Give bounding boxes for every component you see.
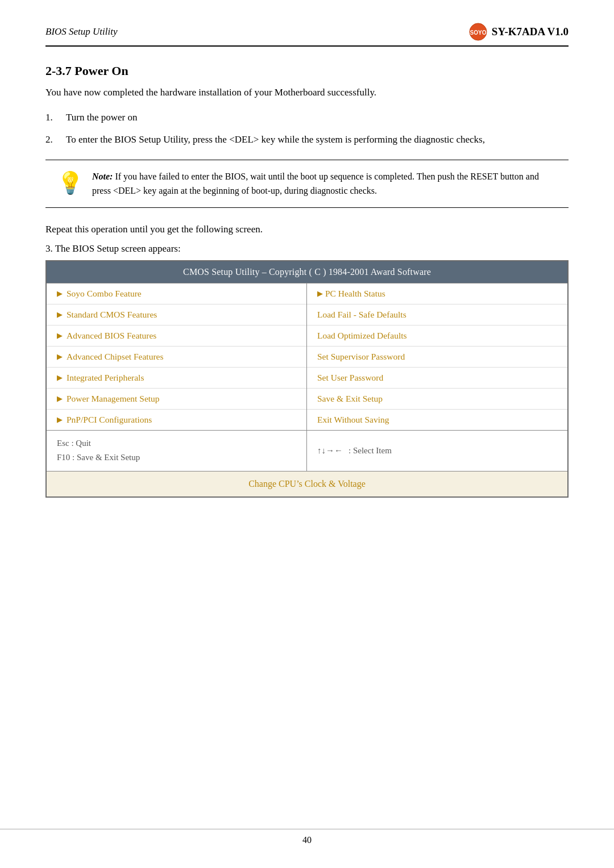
repeat-text: Repeat this operation until you get the … bbox=[45, 224, 569, 235]
bios-left-label-2: Advanced BIOS Features bbox=[67, 331, 156, 341]
bios-right-label-4: Set User Password bbox=[317, 373, 383, 383]
step-2-text: To enter the BIOS Setup Utility, press t… bbox=[66, 132, 485, 147]
bios-right-item-3[interactable]: Set Supervisor Password bbox=[307, 347, 567, 368]
bios-left-label-1: Standard CMOS Features bbox=[67, 310, 157, 320]
arrow-icon-6: ▶ bbox=[57, 415, 63, 424]
bios-right-item-0[interactable]: ▶ PC Health Status bbox=[307, 283, 567, 304]
step-2: 2. To enter the BIOS Setup Utility, pres… bbox=[45, 132, 569, 147]
page-footer: 40 bbox=[0, 829, 614, 845]
bios-left-label-3: Advanced Chipset Features bbox=[67, 352, 163, 362]
step-1-text: Turn the power on bbox=[66, 110, 137, 125]
step-2-num: 2. bbox=[45, 132, 59, 147]
bios-left-col: ▶ Soyo Combo Feature ▶ Standard CMOS Fea… bbox=[47, 283, 307, 430]
bios-title: CMOS Setup Utility – Copyright ( C ) 198… bbox=[47, 261, 567, 283]
bios-left-item-5[interactable]: ▶ Power Management Setup bbox=[47, 389, 306, 410]
arrow-icon-4: ▶ bbox=[57, 373, 63, 382]
bios-right-label-5: Save & Exit Setup bbox=[317, 394, 383, 404]
bios-footer: Esc : Quit F10 : Save & Exit Setup ↑↓→← … bbox=[47, 430, 567, 471]
arrow-icon-r0: ▶ bbox=[317, 289, 323, 298]
lightbulb-icon: 💡 bbox=[57, 170, 82, 195]
bios-right-label-0: PC Health Status bbox=[325, 289, 385, 299]
bios-left-item-2[interactable]: ▶ Advanced BIOS Features bbox=[47, 326, 306, 347]
note-label: Note: bbox=[92, 172, 113, 181]
arrow-icon-1: ▶ bbox=[57, 310, 63, 319]
step-1-num: 1. bbox=[45, 110, 59, 125]
bios-footer-right: ↑↓→← : Select Item bbox=[307, 431, 567, 471]
svg-text:SOYO: SOYO bbox=[470, 30, 486, 36]
nav-arrows: ↑↓→← bbox=[317, 446, 343, 456]
bios-right-col: ▶ PC Health Status Load Fail - Safe Defa… bbox=[307, 283, 567, 430]
bios-right-label-6: Exit Without Saving bbox=[317, 415, 389, 425]
arrow-icon-2: ▶ bbox=[57, 331, 63, 340]
bios-f10-label: F10 : Save & Exit Setup bbox=[57, 450, 296, 465]
bios-right-item-4[interactable]: Set User Password bbox=[307, 368, 567, 389]
page-header: BIOS Setup Utility SOYO SY-K7ADA V1.0 bbox=[45, 23, 569, 47]
page-number: 40 bbox=[302, 835, 312, 845]
bios-bottom-bar: Change CPU’s Clock & Voltage bbox=[47, 471, 567, 496]
bios-main-grid: ▶ Soyo Combo Feature ▶ Standard CMOS Fea… bbox=[47, 283, 567, 430]
step-3-label: 3. The BIOS Setup screen appears: bbox=[45, 243, 569, 254]
note-box: 💡 Note: If you have failed to enter the … bbox=[45, 160, 569, 208]
bios-footer-left: Esc : Quit F10 : Save & Exit Setup bbox=[47, 431, 307, 471]
bios-left-item-1[interactable]: ▶ Standard CMOS Features bbox=[47, 304, 306, 326]
bios-left-item-0[interactable]: ▶ Soyo Combo Feature bbox=[47, 283, 306, 304]
bios-right-item-6[interactable]: Exit Without Saving bbox=[307, 410, 567, 430]
page: BIOS Setup Utility SOYO SY-K7ADA V1.0 2-… bbox=[0, 0, 614, 868]
bios-right-label-3: Set Supervisor Password bbox=[317, 352, 405, 362]
bios-left-label-0: Soyo Combo Feature bbox=[67, 289, 142, 299]
bios-screen-table: CMOS Setup Utility – Copyright ( C ) 198… bbox=[45, 260, 569, 498]
note-body: If you have failed to enter the BIOS, wa… bbox=[92, 172, 539, 196]
bios-left-item-4[interactable]: ▶ Integrated Peripherals bbox=[47, 368, 306, 389]
section-heading: 2-3.7 Power On bbox=[45, 64, 569, 78]
select-item-label: : Select Item bbox=[349, 446, 392, 456]
bios-right-item-2[interactable]: Load Optimized Defaults bbox=[307, 326, 567, 347]
bios-left-item-6[interactable]: ▶ PnP/PCI Configurations bbox=[47, 410, 306, 430]
arrow-icon-0: ▶ bbox=[57, 289, 63, 298]
bios-right-label-1: Load Fail - Safe Defaults bbox=[317, 310, 406, 320]
header-right: SOYO SY-K7ADA V1.0 bbox=[469, 23, 569, 41]
bios-esc-label: Esc : Quit bbox=[57, 436, 296, 451]
header-title: BIOS Setup Utility bbox=[45, 26, 118, 37]
note-text: Note: If you have failed to enter the BI… bbox=[92, 169, 557, 198]
bios-left-label-6: PnP/PCI Configurations bbox=[67, 415, 152, 425]
arrow-icon-5: ▶ bbox=[57, 394, 63, 403]
bios-left-label-4: Integrated Peripherals bbox=[67, 373, 144, 383]
bios-right-item-1[interactable]: Load Fail - Safe Defaults bbox=[307, 304, 567, 326]
soyo-logo-icon: SOYO bbox=[469, 23, 487, 41]
bios-right-item-5[interactable]: Save & Exit Setup bbox=[307, 389, 567, 410]
step-1: 1. Turn the power on bbox=[45, 110, 569, 125]
intro-text: You have now completed the hardware inst… bbox=[45, 85, 569, 100]
bios-left-item-3[interactable]: ▶ Advanced Chipset Features bbox=[47, 347, 306, 368]
bios-left-label-5: Power Management Setup bbox=[67, 394, 160, 404]
bios-right-label-2: Load Optimized Defaults bbox=[317, 331, 407, 341]
header-model: SY-K7ADA V1.0 bbox=[492, 26, 569, 38]
arrow-icon-3: ▶ bbox=[57, 352, 63, 361]
